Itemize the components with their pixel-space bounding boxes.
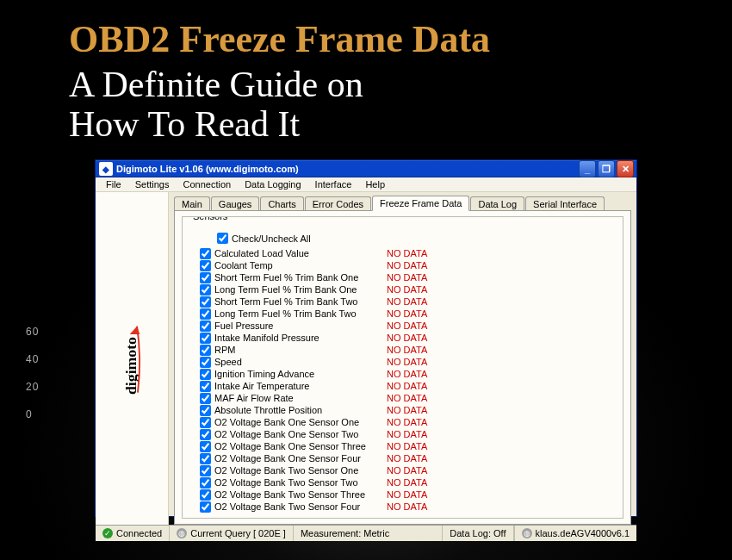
- sensor-checkbox[interactable]: [200, 357, 211, 368]
- sensor-name: Absolute Throttle Position: [214, 405, 387, 415]
- sensor-name: Fuel Pressure: [214, 320, 387, 331]
- sensor-checkbox[interactable]: [200, 308, 211, 320]
- sensor-row: O2 Voltage Bank One Sensor TwoNO DATA: [191, 428, 614, 440]
- sensor-value: NO DATA: [387, 272, 427, 283]
- check-all-row: Check/Uncheck All: [217, 233, 614, 244]
- sensor-name: RPM: [214, 345, 387, 355]
- sensor-checkbox[interactable]: [200, 417, 211, 428]
- sensor-checkbox[interactable]: [200, 465, 211, 476]
- sensor-value: NO DATA: [387, 308, 427, 319]
- sensor-value: NO DATA: [387, 465, 427, 476]
- sensor-row: Ignition Timing AdvanceNO DATA: [191, 368, 614, 380]
- sensor-checkbox[interactable]: [200, 296, 211, 308]
- sensor-name: Short Term Fuel % Trim Bank Two: [214, 296, 387, 307]
- maximize-button[interactable]: ❐: [598, 160, 615, 177]
- sensor-checkbox[interactable]: [200, 284, 211, 296]
- menu-interface[interactable]: Interface: [308, 177, 359, 191]
- sensor-row: RPMNO DATA: [191, 344, 614, 356]
- sensor-name: O2 Voltage Bank One Sensor Three: [214, 441, 387, 451]
- sensor-checkbox[interactable]: [200, 393, 211, 404]
- logo-arrow-icon: [130, 327, 140, 334]
- tab-panel-freeze-frame: Sensors Check/Uncheck All Calculated Loa…: [174, 210, 631, 525]
- sensor-row: Short Term Fuel % Trim Bank OneNO DATA: [191, 271, 614, 283]
- sensor-name: Coolant Temp: [214, 260, 387, 271]
- sensor-row: O2 Voltage Bank Two Sensor ThreeNO DATA: [191, 488, 614, 501]
- sensor-checkbox[interactable]: [200, 405, 211, 416]
- sensor-name: O2 Voltage Bank Two Sensor Two: [214, 477, 387, 488]
- article-subtitle: A Definite Guide onHow To Read It: [69, 65, 363, 144]
- sensor-row: O2 Voltage Bank One Sensor ThreeNO DATA: [191, 440, 614, 452]
- sensor-checkbox[interactable]: [200, 501, 211, 513]
- tab-serial-interface[interactable]: Serial Interface: [525, 196, 605, 211]
- sensor-checkbox[interactable]: [200, 489, 211, 501]
- sensor-row: Calculated Load ValueNO DATA: [191, 247, 614, 259]
- status-measurement: Measurement: Metric: [294, 526, 443, 541]
- sensor-name: O2 Voltage Bank Two Sensor Four: [214, 501, 387, 512]
- close-button[interactable]: ✕: [617, 160, 634, 177]
- sensor-checkbox[interactable]: [200, 477, 211, 488]
- menu-settings[interactable]: Settings: [128, 177, 177, 191]
- sensor-list: Calculated Load ValueNO DATACoolant Temp…: [191, 247, 614, 513]
- tab-freeze-frame-data[interactable]: Freeze Frame Data: [372, 196, 469, 211]
- logo-text: digimoto: [122, 337, 140, 395]
- sensor-value: NO DATA: [387, 296, 427, 307]
- sensor-checkbox[interactable]: [200, 333, 211, 344]
- sensor-name: Calculated Load Value: [214, 248, 387, 258]
- sensor-value: NO DATA: [387, 453, 427, 464]
- menu-help[interactable]: Help: [358, 177, 392, 191]
- sensor-value: NO DATA: [387, 369, 427, 379]
- tab-data-log[interactable]: Data Log: [470, 196, 524, 211]
- sensor-row: O2 Voltage Bank One Sensor FourNO DATA: [191, 452, 614, 464]
- sensor-checkbox[interactable]: [200, 260, 211, 271]
- tab-charts[interactable]: Charts: [260, 196, 303, 211]
- sensor-checkbox[interactable]: [200, 272, 211, 283]
- sensor-value: NO DATA: [387, 441, 427, 451]
- sensor-value: NO DATA: [387, 405, 427, 415]
- sensor-row: SpeedNO DATA: [191, 356, 614, 368]
- sensor-checkbox[interactable]: [200, 453, 211, 464]
- sensor-value: NO DATA: [387, 345, 427, 355]
- menu-file[interactable]: File: [99, 177, 128, 191]
- tab-error-codes[interactable]: Error Codes: [305, 196, 371, 211]
- sensor-row: O2 Voltage Bank Two Sensor FourNO DATA: [191, 501, 614, 513]
- menu-data-logging[interactable]: Data Logging: [238, 177, 307, 191]
- sensor-checkbox[interactable]: [200, 320, 211, 332]
- sidebar-logo: digimoto: [96, 192, 169, 525]
- sensor-value: NO DATA: [387, 260, 427, 271]
- sensor-checkbox[interactable]: [200, 381, 211, 392]
- sensor-checkbox[interactable]: [200, 248, 211, 259]
- tab-main[interactable]: Main: [174, 196, 210, 211]
- sensor-row: Long Term Fuel % Trim Bank TwoNO DATA: [191, 308, 614, 320]
- connected-icon: ✓: [102, 528, 113, 538]
- menu-connection[interactable]: Connection: [176, 177, 238, 191]
- sensor-checkbox[interactable]: [200, 441, 211, 452]
- status-measurement-label: Measurement: Metric: [301, 528, 389, 538]
- sensor-row: MAF Air Flow RateNO DATA: [191, 392, 614, 404]
- sensor-checkbox[interactable]: [200, 429, 211, 440]
- sensor-row: Long Term Fuel % Trim Bank OneNO DATA: [191, 283, 614, 296]
- tab-gauges[interactable]: Gauges: [211, 196, 260, 211]
- sensor-name: Intake Manifold Pressure: [214, 333, 387, 343]
- sensor-row: O2 Voltage Bank Two Sensor TwoNO DATA: [191, 476, 614, 488]
- sensor-value: NO DATA: [387, 357, 427, 367]
- sensor-row: Intake Air TemperatureNO DATA: [191, 380, 614, 392]
- sensor-name: O2 Voltage Bank Two Sensor One: [214, 465, 387, 476]
- sensor-name: O2 Voltage Bank One Sensor Two: [214, 429, 387, 439]
- sensor-name: Long Term Fuel % Trim Bank One: [214, 284, 387, 295]
- sensor-checkbox[interactable]: [200, 345, 211, 356]
- status-connected-label: Connected: [116, 528, 162, 538]
- sensor-name: MAF Air Flow Rate: [214, 393, 387, 403]
- minimize-button[interactable]: _: [579, 160, 596, 177]
- sensor-checkbox[interactable]: [200, 369, 211, 380]
- database-icon: ◍: [177, 528, 187, 538]
- status-driver-label: klaus.deAGV4000v6.1: [536, 528, 630, 538]
- status-query-label: Current Query [ 020E ]: [190, 528, 286, 538]
- app-window: ◆ Digimoto Lite v1.06 (www.digimoto.com)…: [95, 159, 637, 517]
- background-gauge: 60 40 20 0: [26, 310, 39, 420]
- window-title: Digimoto Lite v1.06 (www.digimoto.com): [116, 164, 577, 174]
- menubar: FileSettingsConnectionData LoggingInterf…: [96, 177, 636, 192]
- check-all-checkbox[interactable]: [217, 233, 228, 244]
- status-datalog: Data Log: Off: [443, 526, 513, 541]
- sensor-name: Intake Air Temperature: [214, 381, 387, 391]
- titlebar[interactable]: ◆ Digimoto Lite v1.06 (www.digimoto.com)…: [96, 160, 636, 177]
